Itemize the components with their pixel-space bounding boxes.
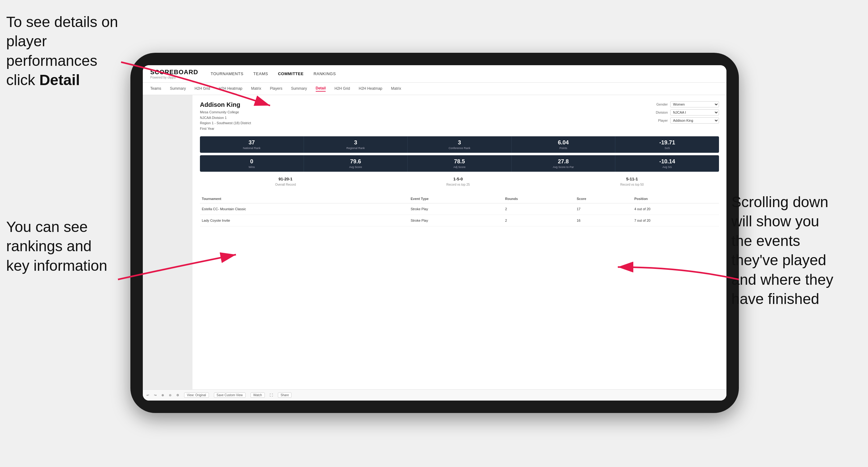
- col-position: Position: [632, 194, 719, 204]
- stat-adj-score: 78.5 Adj Score: [408, 155, 512, 172]
- stat-label-points: Points: [514, 147, 613, 150]
- subnav-summary2[interactable]: Summary: [291, 86, 307, 91]
- row1-tournament: Estella CC- Mountain Classic: [200, 204, 409, 215]
- player-header: Addison King Mesa Community College NJCA…: [200, 101, 719, 131]
- division-control: Division NJCAA I: [651, 109, 719, 116]
- tournament-table: Tournament Event Type Rounds Score Posit…: [200, 194, 719, 226]
- annotation-right: Scrolling downwill show youthe eventsthe…: [732, 192, 862, 309]
- record-overall-label: Overall Record: [275, 183, 296, 186]
- subnav-matrix2[interactable]: Matrix: [391, 86, 401, 91]
- view-original-btn[interactable]: View: Original: [184, 393, 209, 398]
- logo-area: SCOREBOARD Powered by clippd: [150, 69, 198, 79]
- row1-event-type: Stroke Play: [409, 204, 503, 215]
- settings-btn[interactable]: ⚙: [176, 394, 179, 397]
- row2-event-type: Stroke Play: [409, 215, 503, 226]
- stats-row-2: 0 Wins 79.6 Avg Score 78.5 Adj Score 27.…: [200, 155, 719, 172]
- watch-btn[interactable]: Watch: [251, 393, 265, 398]
- player-control: Player Addison King: [651, 117, 719, 124]
- row2-rounds: 2: [503, 215, 575, 226]
- row2-tournament: Lady Coyote Invite: [200, 215, 409, 226]
- row2-position: 7 out of 20: [632, 215, 719, 226]
- nav-rankings[interactable]: RANKINGS: [314, 71, 336, 76]
- top-nav: SCOREBOARD Powered by clippd TOURNAMENTS…: [143, 65, 726, 83]
- zoom-out-btn[interactable]: ⊖: [169, 394, 172, 397]
- stat-national-rank: 37 National Rank: [200, 136, 304, 153]
- player-school: Mesa Community College: [200, 110, 251, 115]
- col-event-type: Event Type: [409, 194, 503, 204]
- record-top50-label: Record vs top 50: [620, 183, 644, 186]
- stat-label-regional-rank: Regional Rank: [306, 147, 405, 150]
- stat-points: 6.04 Points: [512, 136, 616, 153]
- redo-btn[interactable]: ↪: [154, 394, 156, 397]
- player-division: NJCAA Division 1: [200, 115, 251, 121]
- stat-label-avg-score-par: Avg Score to Par: [514, 165, 613, 168]
- stat-label-adj-score: Adj Score: [410, 165, 509, 168]
- share-btn[interactable]: Share: [278, 393, 292, 398]
- subnav-h2hgrid2[interactable]: H2H Grid: [334, 86, 350, 91]
- annotation-top-left-text: To see details on player performances cl…: [6, 14, 118, 88]
- division-label: Division: [651, 111, 668, 114]
- stat-value-adj-score: 78.5: [410, 158, 509, 165]
- main-content: Addison King Mesa Community College NJCA…: [143, 95, 726, 390]
- stat-label-avg-sg: Avg SG: [618, 165, 716, 168]
- stat-label-wins: Wins: [203, 165, 301, 168]
- stat-wins: 0 Wins: [200, 155, 304, 172]
- stat-avg-score: 79.6 Avg Score: [304, 155, 408, 172]
- subnav-h2hgrid[interactable]: H2H Grid: [195, 86, 210, 91]
- bottom-toolbar: ↩ ↪ ⊕ ⊖ ⚙ View: Original Save Custom Vie…: [143, 390, 726, 401]
- subnav-h2hheatmap[interactable]: H2H Heatmap: [219, 86, 243, 91]
- annotation-bottom-left: You can seerankings andkey information: [6, 217, 124, 275]
- nav-teams[interactable]: TEAMS: [253, 71, 268, 76]
- subnav-players[interactable]: Players: [270, 86, 282, 91]
- stat-value-points: 6.04: [514, 139, 613, 146]
- record-overall-value: 91-20-1: [275, 177, 296, 181]
- tablet-screen: SCOREBOARD Powered by clippd TOURNAMENTS…: [143, 65, 726, 401]
- division-select[interactable]: NJCAA I: [670, 109, 719, 116]
- record-top25: 1-5-0 Record vs top 25: [446, 177, 470, 187]
- detail-panel: Addison King Mesa Community College NJCA…: [192, 95, 726, 390]
- zoom-btn[interactable]: ⊕: [161, 394, 164, 397]
- stat-regional-rank: 3 Regional Rank: [304, 136, 408, 153]
- subnav-h2hheatmap2[interactable]: H2H Heatmap: [359, 86, 382, 91]
- gender-select[interactable]: Women Men: [670, 101, 719, 107]
- screen-btn[interactable]: ⛶: [270, 394, 273, 397]
- stat-avg-sg: -10.14 Avg SG: [615, 155, 719, 172]
- nav-tournaments[interactable]: TOURNAMENTS: [211, 71, 243, 76]
- stat-value-conference-rank: 3: [410, 139, 509, 146]
- gender-label: Gender: [651, 102, 668, 106]
- sub-nav: Teams Summary H2H Grid H2H Heatmap Matri…: [143, 83, 726, 95]
- save-custom-btn[interactable]: Save Custom View: [214, 393, 246, 398]
- nav-committee[interactable]: COMMITTEE: [278, 71, 304, 76]
- stat-value-regional-rank: 3: [306, 139, 405, 146]
- row1-score: 17: [575, 204, 632, 215]
- record-top50: 5-11-1 Record vs top 50: [620, 177, 644, 187]
- stat-value-national-rank: 37: [203, 139, 301, 146]
- player-select[interactable]: Addison King: [670, 117, 719, 124]
- undo-btn[interactable]: ↩: [147, 394, 149, 397]
- row1-rounds: 2: [503, 204, 575, 215]
- stat-value-avg-score: 79.6: [306, 158, 405, 165]
- stat-value-avg-sg: -10.14: [618, 158, 716, 165]
- stats-row-1: 37 National Rank 3 Regional Rank 3 Confe…: [200, 136, 719, 153]
- logo-text: SCOREBOARD: [150, 69, 198, 76]
- col-score: Score: [575, 194, 632, 204]
- record-overall: 91-20-1 Overall Record: [275, 177, 296, 187]
- record-top25-label: Record vs top 25: [446, 183, 470, 186]
- logo-sub: Powered by clippd: [150, 76, 198, 79]
- subnav-matrix[interactable]: Matrix: [251, 86, 261, 91]
- stat-label-sos: SoS: [618, 147, 716, 150]
- tablet-frame: SCOREBOARD Powered by clippd TOURNAMENTS…: [130, 53, 739, 413]
- gender-control: Gender Women Men: [651, 101, 719, 107]
- player-name: Addison King: [200, 101, 251, 108]
- left-sidebar: [143, 95, 192, 390]
- subnav-detail[interactable]: Detail: [316, 86, 326, 92]
- annotation-right-text: Scrolling downwill show youthe eventsthe…: [732, 194, 833, 307]
- stat-avg-score-par: 27.8 Avg Score to Par: [512, 155, 616, 172]
- stat-sos: -19.71 SoS: [615, 136, 719, 153]
- record-top25-value: 1-5-0: [446, 177, 470, 181]
- player-controls: Gender Women Men Division NJCAA I: [651, 101, 719, 124]
- stat-value-avg-score-par: 27.8: [514, 158, 613, 165]
- subnav-summary[interactable]: Summary: [170, 86, 186, 91]
- stat-label-avg-score: Avg Score: [306, 165, 405, 168]
- subnav-teams[interactable]: Teams: [150, 86, 161, 91]
